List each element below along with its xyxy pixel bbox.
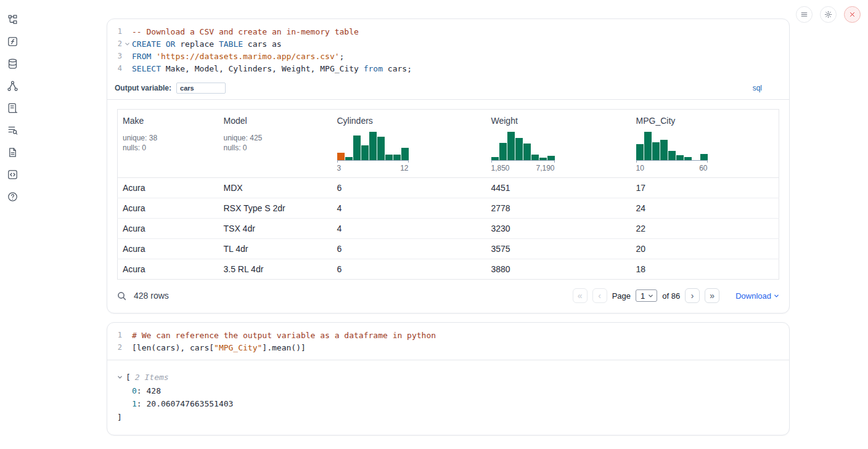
code-square-icon[interactable] bbox=[7, 169, 18, 180]
histogram-bar[interactable] bbox=[369, 132, 377, 160]
menu-button[interactable] bbox=[796, 6, 813, 23]
file-tree-icon[interactable] bbox=[7, 14, 18, 25]
document-icon[interactable] bbox=[7, 147, 18, 158]
page-select[interactable]: 1 bbox=[636, 289, 657, 302]
histogram-bar[interactable] bbox=[393, 155, 401, 160]
help-circle-icon[interactable] bbox=[7, 191, 18, 203]
line-number: 2 bbox=[107, 39, 122, 48]
axis-label: 7,190 bbox=[536, 164, 554, 172]
database-icon[interactable] bbox=[7, 58, 18, 70]
code-line[interactable]: 1-- Download a CSV and create an in-memo… bbox=[107, 25, 789, 38]
table-row: AcuraMDX6445117 bbox=[118, 178, 779, 198]
histogram-bar[interactable] bbox=[385, 155, 393, 160]
settings-button[interactable] bbox=[820, 6, 837, 23]
table-row: AcuraTL 4dr6357520 bbox=[118, 239, 779, 259]
column-header[interactable]: Makeunique: 38nulls: 0 bbox=[118, 110, 219, 178]
scroll-icon[interactable] bbox=[7, 102, 18, 114]
histogram-bar[interactable] bbox=[676, 155, 684, 160]
column-header[interactable]: MPG_City1060 bbox=[631, 110, 779, 178]
search-icon[interactable] bbox=[117, 291, 126, 301]
output-variable-input[interactable] bbox=[176, 83, 226, 94]
shutdown-button[interactable] bbox=[844, 6, 861, 23]
close-x-icon bbox=[848, 10, 856, 18]
column-label[interactable]: MPG_City bbox=[636, 116, 774, 126]
table-cell: 4 bbox=[332, 198, 486, 219]
code-line[interactable]: 1# We can reference the output variable … bbox=[107, 329, 789, 341]
language-badge: sql bbox=[753, 84, 762, 92]
column-header[interactable]: Modelunique: 425nulls: 0 bbox=[219, 110, 332, 178]
histogram-bar[interactable] bbox=[499, 143, 507, 160]
data-table: Makeunique: 38nulls: 0Modelunique: 425nu… bbox=[117, 109, 779, 280]
histogram-bar[interactable] bbox=[337, 153, 345, 160]
prev-page-button[interactable]: ‹ bbox=[592, 288, 607, 303]
sql-code-editor[interactable]: 1-- Download a CSV and create an in-memo… bbox=[107, 19, 789, 79]
column-stats: unique: 38nulls: 0 bbox=[123, 133, 214, 153]
histogram-bar[interactable] bbox=[523, 144, 531, 160]
line-number: 1 bbox=[107, 27, 122, 36]
table-cell: 6 bbox=[332, 239, 486, 259]
table-cell: 17 bbox=[631, 178, 779, 198]
collapse-chevron-icon[interactable] bbox=[117, 374, 126, 380]
sql-cell: 1-- Download a CSV and create an in-memo… bbox=[107, 18, 790, 313]
histogram-axis bbox=[636, 160, 708, 162]
histogram-bar[interactable] bbox=[401, 148, 409, 160]
tree-entry-value: : 428 bbox=[137, 384, 161, 398]
code-line[interactable]: 3FROM 'https://datasets.marimo.app/cars.… bbox=[107, 50, 789, 62]
pagination: « ‹ Page 1 of 86 › » Download bbox=[573, 288, 779, 303]
histogram-bar[interactable] bbox=[507, 132, 515, 160]
code-line[interactable]: 2CREATE OR replace TABLE cars as bbox=[107, 38, 789, 50]
table-row: AcuraTSX 4dr4323022 bbox=[118, 219, 779, 239]
first-page-button[interactable]: « bbox=[573, 288, 588, 303]
table-body: AcuraMDX6445117AcuraRSX Type S 2dr427782… bbox=[118, 178, 779, 280]
column-header[interactable]: Weight1,8507,190 bbox=[486, 110, 631, 178]
column-label[interactable]: Cylinders bbox=[337, 116, 481, 126]
chevrons-right-icon: » bbox=[710, 291, 714, 300]
histogram-axis bbox=[337, 160, 409, 162]
download-button[interactable]: Download bbox=[735, 291, 779, 301]
column-histogram[interactable]: 1060 bbox=[636, 131, 708, 172]
last-page-button[interactable]: » bbox=[705, 288, 719, 303]
code-line[interactable]: 4SELECT Make, Model, Cylinders, Weight, … bbox=[107, 62, 789, 75]
histogram-bars[interactable] bbox=[491, 131, 555, 160]
histogram-bar[interactable] bbox=[547, 156, 555, 160]
page-select-value: 1 bbox=[641, 291, 645, 301]
line-number: 2 bbox=[107, 343, 122, 352]
column-header[interactable]: Cylinders312 bbox=[332, 110, 486, 178]
tree-entry: 1: 20.060747663551403 bbox=[117, 397, 779, 411]
histogram-bar[interactable] bbox=[515, 138, 523, 160]
axis-label: 10 bbox=[636, 164, 644, 172]
column-histogram[interactable]: 1,8507,190 bbox=[491, 131, 555, 172]
histogram-bar[interactable] bbox=[531, 155, 539, 160]
histogram-bar[interactable] bbox=[660, 140, 668, 160]
column-label[interactable]: Make bbox=[123, 116, 214, 126]
function-square-icon[interactable] bbox=[7, 36, 18, 47]
next-page-button[interactable]: › bbox=[685, 288, 700, 303]
histogram-bar[interactable] bbox=[636, 144, 644, 160]
histogram-bar[interactable] bbox=[361, 145, 369, 160]
column-label[interactable]: Weight bbox=[491, 116, 626, 126]
table-cell: 20 bbox=[631, 239, 779, 259]
histogram-axis-labels: 1,8507,190 bbox=[491, 164, 555, 172]
histogram-bar[interactable] bbox=[652, 142, 660, 160]
code-line[interactable]: 2[len(cars), cars["MPG_City"].mean()] bbox=[107, 341, 789, 354]
table-row: Acura3.5 RL 4dr6388018 bbox=[118, 259, 779, 280]
column-histogram[interactable]: 312 bbox=[337, 131, 409, 172]
column-label[interactable]: Model bbox=[224, 116, 327, 126]
histogram-bar[interactable] bbox=[700, 154, 708, 160]
python-cell: 1# We can reference the output variable … bbox=[107, 322, 790, 435]
list-search-icon[interactable] bbox=[7, 124, 18, 136]
histogram-bars[interactable] bbox=[337, 131, 409, 160]
dependency-graph-icon[interactable] bbox=[7, 80, 18, 92]
histogram-axis-labels: 312 bbox=[337, 164, 409, 172]
histogram-bar[interactable] bbox=[668, 151, 676, 160]
tree-entry-key: 0 bbox=[132, 384, 137, 398]
python-code-editor[interactable]: 1# We can reference the output variable … bbox=[107, 323, 789, 360]
table-cell: MDX bbox=[219, 178, 332, 198]
histogram-bar[interactable] bbox=[353, 136, 361, 160]
histogram-bars[interactable] bbox=[636, 131, 708, 160]
histogram-bar[interactable] bbox=[644, 132, 652, 160]
histogram-bar[interactable] bbox=[377, 137, 385, 160]
fold-chevron-icon[interactable] bbox=[122, 41, 132, 47]
column-stat: unique: 38 bbox=[123, 133, 214, 143]
table-cell: 3880 bbox=[486, 259, 631, 280]
